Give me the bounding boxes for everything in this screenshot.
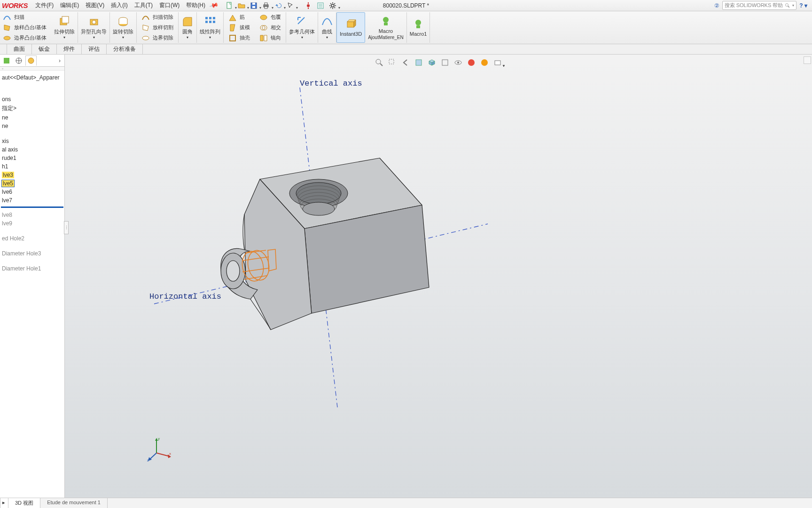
svg-rect-34 [213,17,215,19]
tree-item-selected[interactable]: lve5 [1,179,63,188]
svg-point-39 [260,15,267,20]
rollback-bar[interactable] [1,206,63,208]
menu-view[interactable]: 视图(V) [86,1,104,9]
menu-window[interactable]: 窗口(W) [159,1,180,9]
ribbon-ref-geom[interactable]: 参考几何体▾ [286,12,318,43]
new-doc-icon[interactable] [224,1,234,10]
ribbon-macro1[interactable]: Macro AjoutMatiere_EN [365,12,407,43]
view-triad[interactable]: y x z [145,435,173,465]
draft-button[interactable]: 拔模 [226,23,252,32]
tab-analysis[interactable]: 分析准备 [107,44,143,54]
shell-button[interactable]: 抽壳 [226,33,252,43]
tree-item[interactable]: 指定> [1,103,63,113]
intersect-button[interactable]: 相交 [258,23,283,32]
settings-gear-icon[interactable] [328,1,338,10]
rebuild-icon[interactable] [303,1,313,10]
tree-item-suppressed[interactable]: ed Hole2 [1,234,63,243]
sweep-button[interactable]: 扫描 [1,12,48,22]
app-logo: WORKS [0,1,33,9]
svg-point-69 [226,261,240,281]
tab-surface[interactable]: 曲面 [7,44,32,54]
mirror-button[interactable]: 镜向 [258,33,283,43]
svg-line-21 [330,7,331,8]
menu-help[interactable]: 帮助(H) [186,1,205,9]
tree-item-suppressed[interactable]: lve8 [1,211,63,219]
undo-icon[interactable] [273,1,283,10]
svg-point-31 [142,36,149,40]
tree-item-suppressed[interactable]: Diameter Hole3 [1,249,63,258]
model-3d[interactable] [159,125,441,360]
ribbon-extrude-cut[interactable]: 拉伸切除▾ [51,12,78,43]
tab-3dview[interactable]: 3D 视图 [8,498,40,508]
feature-tree-panel: › ◦ aut<<Défaut>_Apparer ons 指定> ne ne x… [0,55,65,498]
svg-rect-27 [62,16,69,23]
boundary-cut-button[interactable]: 边界切除 [140,33,175,43]
ribbon-macro2[interactable]: Macro1 [407,12,430,43]
svg-rect-0 [227,2,231,8]
ribbon-linear-pattern[interactable]: 线性阵列▾ [197,12,224,43]
panel-resize-handle[interactable]: ⋮ [64,221,69,234]
svg-line-19 [330,3,331,4]
tree-item[interactable]: ne [1,113,63,122]
quick-access-toolbar [224,1,338,10]
task-pane-toggle[interactable] [804,56,811,64]
feature-tree[interactable]: aut<<Défaut>_Apparer ons 指定> ne ne xis a… [0,71,64,276]
svg-line-22 [334,3,335,4]
print-icon[interactable] [261,1,271,10]
tree-item[interactable]: lve6 [1,188,63,196]
rib-button[interactable]: 筋 [226,12,252,22]
pin-icon[interactable]: 📌 [209,0,219,10]
loft-button[interactable]: 放样凸台/基体 [1,23,48,32]
title-right: ② 搜索 SOLIDWORKS 帮助 ▾ ? ▾ [714,1,812,10]
tree-config[interactable]: aut<<Défaut>_Apparer [1,73,63,82]
menu-tools[interactable]: 工具(T) [134,1,153,9]
tab-motion-study[interactable]: Etude de mouvement 1 [40,498,108,508]
svg-point-14 [331,4,334,7]
tab-weldment[interactable]: 焊件 [57,44,82,54]
ribbon-instant3d[interactable]: Instant3D [336,12,365,43]
ribbon-rib-group: 筋 拔模 抽壳 [224,12,255,43]
svg-rect-33 [209,17,211,19]
help-search[interactable]: 搜索 SOLIDWORKS 帮助 ▾ [722,1,797,10]
boundary-button[interactable]: 边界凸台/基体 [1,33,48,43]
tree-item-hl[interactable]: lve3 [1,171,63,179]
menu-file[interactable]: 文件(F) [35,1,54,9]
ribbon-revolve-cut[interactable]: 旋转切除▾ [110,12,137,43]
viewport[interactable]: Vertical axis Horizontal axis [65,55,812,498]
menu-edit[interactable]: 编辑(E) [60,1,79,9]
options-list-icon[interactable] [315,1,326,10]
ribbon-curves[interactable]: 曲线▾ [318,12,336,43]
wrap-button[interactable]: 包覆 [258,12,283,22]
ribbon-fillet[interactable]: 圆角▾ [179,12,197,43]
tree-item[interactable]: h1 [1,162,63,171]
panel-chevron-icon[interactable]: › [59,57,63,64]
tab-model[interactable]: ▸ [0,498,8,508]
search-icon [785,3,790,8]
svg-point-45 [415,20,421,25]
bottom-tabs: ▸ 3D 视图 Etude de mouvement 1 [0,498,812,508]
panel-tab-feature[interactable] [1,56,12,66]
ribbon-hole-wizard[interactable]: 异型孔向导▾ [78,12,110,43]
tab-evaluate[interactable]: 评估 [82,44,107,54]
tree-item[interactable]: xis [1,137,63,145]
help-dropdown[interactable]: ? ▾ [799,2,807,9]
panel-tab-property[interactable] [13,56,24,66]
svg-rect-2 [252,6,255,8]
loft-cut-button[interactable]: 放样切割 [140,23,175,32]
tree-item[interactable]: ons [1,95,63,103]
save-icon[interactable] [249,1,259,10]
tree-item[interactable]: rude1 [1,154,63,162]
tree-item[interactable]: ne [1,122,63,130]
open-doc-icon[interactable] [236,1,247,10]
select-icon[interactable] [285,1,296,10]
tab-sheetmetal[interactable]: 钣金 [32,44,57,54]
menu-insert[interactable]: 插入(I) [111,1,127,9]
tree-item-suppressed[interactable]: lve9 [1,219,63,228]
tree-item[interactable]: lve7 [1,196,63,205]
tree-item-suppressed[interactable]: Diameter Hole1 [1,264,63,273]
svg-rect-38 [230,35,235,41]
sweep-cut-button[interactable]: 扫描切除 [140,12,175,22]
tree-item[interactable]: al axis [1,145,63,154]
help-qmark-icon[interactable]: ② [714,2,719,9]
panel-tab-config[interactable] [25,56,37,66]
